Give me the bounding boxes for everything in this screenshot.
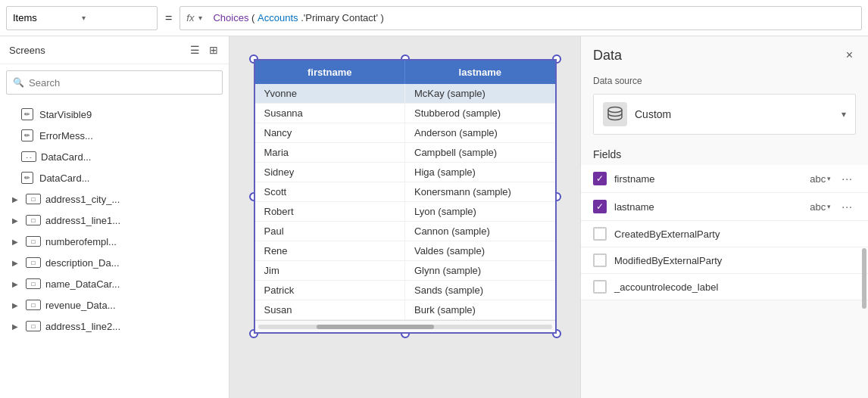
edit-square-icon: ✏ [21, 172, 33, 184]
cell-firstname: Sidney [255, 163, 406, 182]
sidebar-item-address1-city[interactable]: ▶ □ address1_city_... [0, 188, 229, 210]
table-row[interactable]: Sidney Higa (sample) [255, 163, 555, 182]
rect-icon: □ [26, 321, 41, 331]
top-bar: Items ▾ = fx ▾ Choices ( Accounts .'Prim… [0, 0, 868, 36]
sidebar-item-revenue-data[interactable]: ▶ □ revenue_Data... [0, 294, 229, 316]
sidebar-item-datacard1[interactable]: - - DataCard... [0, 146, 229, 167]
formula-accounts: Accounts [258, 12, 298, 23]
field-more-button-firstname[interactable]: ··· [838, 171, 856, 186]
sidebar-item-label: numberofempl... [45, 236, 117, 247]
cell-firstname: Nancy [255, 123, 406, 142]
sidebar-item-description-da[interactable]: ▶ □ description_Da... [0, 252, 229, 273]
field-item-firstname[interactable]: firstname abc ▾ ··· [581, 165, 868, 193]
gallery-rows: Yvonne McKay (sample) Susanna Stubberod … [255, 84, 555, 320]
table-row[interactable]: Susan Burk (sample) [255, 300, 555, 320]
expand-arrow-icon: ▶ [12, 195, 21, 204]
list-view-icon[interactable]: ☰ [189, 42, 201, 58]
cell-firstname: Patrick [255, 281, 406, 300]
grid-view-icon[interactable]: ⊞ [208, 42, 220, 58]
equals-sign: = [162, 11, 175, 25]
sidebar-item-datacard2[interactable]: ✏ DataCard... [0, 167, 229, 188]
sidebar-item-name-datacar[interactable]: ▶ □ name_DataCar... [0, 273, 229, 294]
field-name-firstname: firstname [614, 173, 802, 185]
sidebar-item-address1-line1[interactable]: ▶ □ address1_line1... [0, 210, 229, 231]
tree-list: ✏ StarVisible9 ✏ ErrorMess... - - DataCa… [0, 101, 229, 398]
panel-header: Data × [581, 36, 868, 71]
expand-arrow-icon: ▶ [12, 216, 21, 225]
rect-icon: □ [26, 215, 41, 225]
cell-lastname: Konersmann (sample) [405, 182, 555, 201]
rect-icon: □ [26, 300, 41, 310]
fx-icon: fx [186, 12, 194, 23]
table-row[interactable]: Scott Konersmann (sample) [255, 182, 555, 202]
cell-lastname: Lyon (sample) [405, 202, 555, 221]
scrollbar-thumb[interactable] [317, 325, 434, 329]
cell-firstname: Yvonne [255, 84, 406, 103]
panel-scrollbar[interactable] [862, 248, 866, 309]
col-header-firstname: firstname [255, 61, 406, 84]
field-type-lastname[interactable]: abc ▾ [810, 201, 831, 213]
cell-lastname: Anderson (sample) [405, 123, 555, 142]
field-checkbox-accountrolecode[interactable] [593, 280, 607, 294]
field-item-lastname[interactable]: lastname abc ▾ ··· [581, 193, 868, 221]
cell-lastname: Sands (sample) [405, 281, 555, 300]
field-item-modifiedbyexternal[interactable]: ModifiedByExternalParty [581, 247, 868, 274]
datasource-selector[interactable]: Custom ▾ [593, 94, 856, 135]
rect-icon: □ [26, 257, 41, 268]
sidebar-item-label: ErrorMess... [39, 130, 93, 141]
formula-display: Choices ( Accounts .'Primary Contact' ) [213, 12, 383, 23]
panel-title: Data [593, 48, 622, 64]
sidebar-item-label: revenue_Data... [45, 300, 116, 311]
table-row[interactable]: Maria Campbell (sample) [255, 143, 555, 163]
field-more-button-lastname[interactable]: ··· [838, 199, 856, 214]
sidebar-item-label: address1_city_... [45, 194, 120, 205]
items-dropdown[interactable]: Items ▾ [6, 6, 158, 30]
gallery-scrollbar [255, 320, 555, 332]
table-row[interactable]: Susanna Stubberod (sample) [255, 104, 555, 123]
cell-lastname: Campbell (sample) [405, 143, 555, 162]
cell-lastname: Stubberod (sample) [405, 104, 555, 123]
sidebar-item-label: name_DataCar... [45, 278, 120, 290]
sidebar-header: Screens ☰ ⊞ [0, 36, 229, 64]
field-checkbox-lastname[interactable] [593, 200, 607, 213]
formula-dot-field: .'Primary Contact' [301, 12, 378, 23]
table-row[interactable]: Rene Valdes (sample) [255, 241, 555, 261]
sidebar-item-starvisible9[interactable]: ✏ StarVisible9 [0, 104, 229, 125]
scrollbar-track[interactable] [258, 325, 552, 329]
search-box[interactable]: 🔍 [6, 70, 223, 95]
sidebar: Screens ☰ ⊞ 🔍 ✏ StarVisible9 ✏ ErrorMess… [0, 36, 229, 398]
search-icon: 🔍 [13, 77, 24, 88]
datasource-name: Custom [635, 108, 834, 120]
field-type-label: abc [810, 201, 826, 213]
sidebar-item-address1-line2[interactable]: ▶ □ address1_line2... [0, 316, 229, 337]
cell-lastname: Valdes (sample) [405, 241, 555, 260]
sidebar-item-label: StarVisible9 [39, 109, 92, 120]
table-row[interactable]: Paul Cannon (sample) [255, 222, 555, 241]
datasource-icon [603, 102, 627, 126]
sidebar-item-numberofempl[interactable]: ▶ □ numberofempl... [0, 231, 229, 252]
field-checkbox-firstname[interactable] [593, 172, 607, 185]
cell-lastname: Cannon (sample) [405, 222, 555, 241]
rect-icon: □ [26, 236, 41, 247]
cell-firstname: Jim [255, 261, 406, 280]
field-item-accountrolecode[interactable]: _accountrolecode_label [581, 274, 868, 300]
rect-icon: □ [26, 194, 41, 204]
svg-point-0 [608, 107, 622, 113]
field-checkbox-createdbyexternal[interactable] [593, 227, 607, 241]
table-row[interactable]: Jim Glynn (sample) [255, 261, 555, 281]
table-row[interactable]: Yvonne McKay (sample) [255, 84, 555, 104]
cell-firstname: Maria [255, 143, 406, 162]
close-button[interactable]: × [843, 45, 856, 65]
field-item-createdbyexternal[interactable]: CreatedByExternalParty [581, 221, 868, 247]
field-type-firstname[interactable]: abc ▾ [810, 173, 831, 185]
field-checkbox-modifiedbyexternal[interactable] [593, 253, 607, 267]
table-row[interactable]: Patrick Sands (sample) [255, 281, 555, 300]
table-row[interactable]: Nancy Anderson (sample) [255, 123, 555, 143]
cell-firstname: Paul [255, 222, 406, 241]
search-input[interactable] [29, 77, 216, 89]
sidebar-item-errormess[interactable]: ✏ ErrorMess... [0, 125, 229, 146]
table-row[interactable]: Robert Lyon (sample) [255, 202, 555, 222]
formula-bar[interactable]: fx ▾ Choices ( Accounts .'Primary Contac… [180, 6, 862, 30]
field-type-chevron-icon: ▾ [827, 175, 831, 182]
col-header-lastname: lastname [405, 61, 555, 84]
